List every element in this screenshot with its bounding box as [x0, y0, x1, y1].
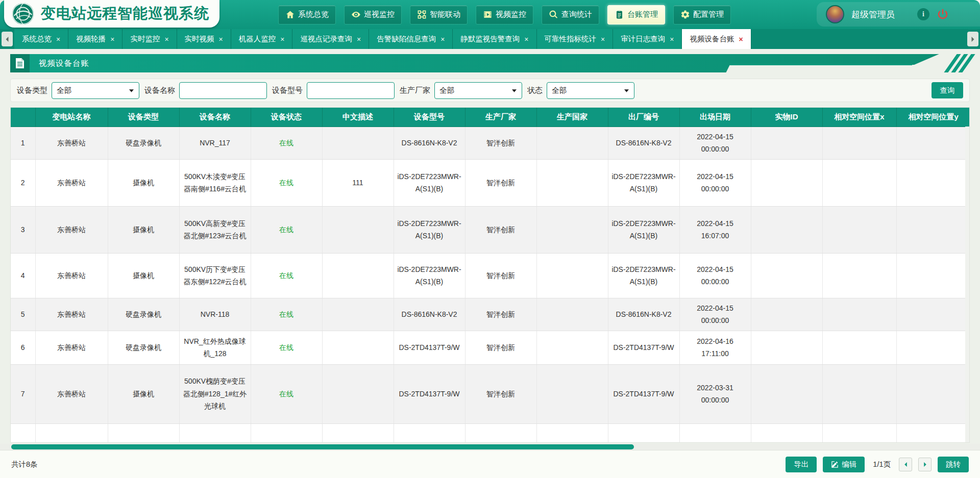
tab-close-icon[interactable]: × [357, 35, 361, 43]
tab-9[interactable]: 审计日志查询× [613, 29, 682, 49]
tab-close-icon[interactable]: × [524, 35, 528, 43]
cell-station: 东善桥站 [35, 159, 108, 206]
jump-button[interactable]: 跳转 [938, 457, 969, 472]
table-row[interactable]: 6东善桥站硬盘录像机NVR_红外热成像球机_128在线DS-2TD4137T-9… [11, 331, 970, 364]
table-row[interactable]: 2东善桥站摄像机500KV木渎变#变压器南侧#116#云台机在线111iDS-2… [11, 159, 970, 206]
edit-pencil-icon [831, 461, 839, 468]
table-row[interactable]: 3东善桥站摄像机500KV高新变#变压器北侧#123#云台机在线iDS-2DE7… [11, 206, 970, 253]
chevron-right-icon [922, 462, 928, 467]
nav-label: 视频监控 [496, 10, 526, 19]
tab-close-icon[interactable]: × [739, 35, 743, 43]
tab-label: 可靠性指标统计 [545, 34, 597, 44]
tab-8[interactable]: 可靠性指标统计× [537, 29, 614, 49]
cell-status: 在线 [251, 206, 322, 253]
nav-smart-linkage[interactable]: 智能联动 [410, 5, 468, 24]
cell-country [536, 253, 608, 298]
tab-close-icon[interactable]: × [440, 35, 445, 43]
table-row[interactable]: 1东善桥站硬盘录像机NVR_117在线DS-8616N-K8-V2智洋创新DS-… [11, 127, 970, 159]
cell-x [822, 253, 896, 298]
cell-y [896, 298, 970, 331]
device-model-input[interactable] [307, 82, 395, 99]
cell-no [11, 423, 35, 443]
cell-station: 东善桥站 [35, 331, 108, 364]
tab-2[interactable]: 实时监控× [122, 29, 177, 49]
cell-name: NVR-118 [179, 298, 251, 331]
tab-label: 实时监控 [130, 34, 160, 44]
horizontal-scrollbar[interactable] [0, 444, 980, 450]
nav-config-management[interactable]: 配置管理 [673, 5, 731, 24]
device-name-input[interactable] [179, 82, 267, 99]
vertical-scrollbar[interactable] [965, 127, 969, 442]
export-label: 导出 [794, 460, 808, 469]
tab-5[interactable]: 巡视点记录查询× [292, 29, 369, 49]
page-title-bar: 视频设备台账 [10, 54, 970, 72]
info-icon[interactable]: i [917, 8, 929, 20]
tab-0[interactable]: 系统总览× [14, 29, 68, 49]
query-button[interactable]: 查询 [932, 82, 963, 98]
cell-type: 硬盘录像机 [108, 298, 179, 331]
main-content: 视频设备台账 设备类型 全部 设备名称 设备型号 生产厂家 全部 [0, 49, 980, 478]
cell-country [536, 127, 608, 159]
cell-type: 摄像机 [108, 253, 179, 298]
next-page-button[interactable] [918, 458, 932, 471]
tab-7[interactable]: 静默监视告警查询× [453, 29, 536, 49]
cell-model: iDS-2DE7223MWR-A(S1)(B) [394, 159, 465, 206]
cell-date: 2022-03-31 00:00:00 [679, 364, 751, 423]
nav-label: 配置管理 [693, 10, 724, 19]
nav-query-statistics[interactable]: 查询统计 [542, 5, 599, 24]
nav-video-monitor[interactable]: 视频监控 [476, 5, 533, 24]
clipboard-icon [615, 10, 624, 19]
nav-system-overview[interactable]: 系统总览 [278, 5, 336, 24]
col-pid: 实物ID [751, 108, 822, 127]
tabs-scroll-right-button[interactable] [967, 32, 978, 46]
nav-inspection-monitor[interactable]: 巡视监控 [344, 5, 402, 24]
tab-10[interactable]: 视频设备台账× [682, 29, 751, 49]
tab-close-icon[interactable]: × [219, 35, 223, 43]
table-row[interactable]: 4东善桥站摄像机500KV历下变#变压器东侧#122#云台机在线iDS-2DE7… [11, 253, 970, 298]
tab-list: 系统总览×视频轮播×实时监控×实时视频×机器人监控×巡视点记录查询×告警缺陷信息… [14, 29, 966, 49]
tab-1[interactable]: 视频轮播× [68, 29, 122, 49]
cell-y [896, 423, 970, 443]
manufacturer-select[interactable]: 全部 [434, 82, 522, 99]
table-row[interactable]: 7东善桥站摄像机500KV槐荫变#变压器北侧#128_1#红外光球机在线DS-2… [11, 364, 970, 423]
edit-button[interactable]: 编辑 [823, 457, 865, 472]
cell-y [896, 127, 970, 159]
tab-close-icon[interactable]: × [670, 35, 674, 43]
cell-date [679, 423, 751, 443]
cell-country [536, 159, 608, 206]
device-type-select[interactable]: 全部 [52, 82, 139, 99]
cell-x [822, 159, 896, 206]
tab-6[interactable]: 告警缺陷信息查询× [369, 29, 453, 49]
export-button[interactable]: 导出 [786, 457, 817, 472]
tabs-scroll-left-button[interactable] [2, 32, 13, 46]
cell-desc [322, 298, 394, 331]
tab-label: 系统总览 [22, 34, 52, 44]
brand: 变电站远程智能巡视系统 [4, 0, 219, 28]
tab-close-icon[interactable]: × [56, 35, 60, 43]
tab-close-icon[interactable]: × [164, 35, 168, 43]
table-row[interactable]: 5东善桥站硬盘录像机NVR-118在线DS-8616N-K8-V2智洋创新DS-… [11, 298, 970, 331]
cell-x [822, 364, 896, 423]
avatar[interactable] [826, 5, 844, 23]
col-index [11, 108, 35, 127]
cell-date: 2022-04-15 00:00:00 [679, 298, 751, 331]
status-select[interactable]: 全部 [547, 82, 634, 99]
tab-close-icon[interactable]: × [280, 35, 284, 43]
horizontal-scrollbar-thumb[interactable] [11, 444, 634, 449]
tab-close-icon[interactable]: × [601, 35, 605, 43]
tab-bar: 系统总览×视频轮播×实时监控×实时视频×机器人监控×巡视点记录查询×告警缺陷信息… [0, 29, 980, 49]
tab-4[interactable]: 机器人监控× [231, 29, 293, 49]
table-row[interactable]: 500KV槐荫变#变 [11, 423, 970, 443]
diagonal-stripes-decoration [950, 54, 969, 72]
tab-close-icon[interactable]: × [110, 35, 114, 43]
cell-status [251, 423, 322, 443]
prev-page-button[interactable] [899, 458, 912, 471]
cell-status: 在线 [251, 298, 322, 331]
nav-ledger-management[interactable]: 台账管理 [607, 5, 665, 24]
col-posx: 相对空间位置x [822, 108, 896, 127]
select-value: 全部 [439, 86, 454, 95]
logout-power-icon[interactable] [937, 8, 949, 20]
status-label: 状态 [527, 86, 543, 95]
top-header: 变电站远程智能巡视系统 系统总览 巡视监控 智能联动 视频监控 查询统计 [0, 0, 980, 29]
tab-3[interactable]: 实时视频× [177, 29, 231, 49]
